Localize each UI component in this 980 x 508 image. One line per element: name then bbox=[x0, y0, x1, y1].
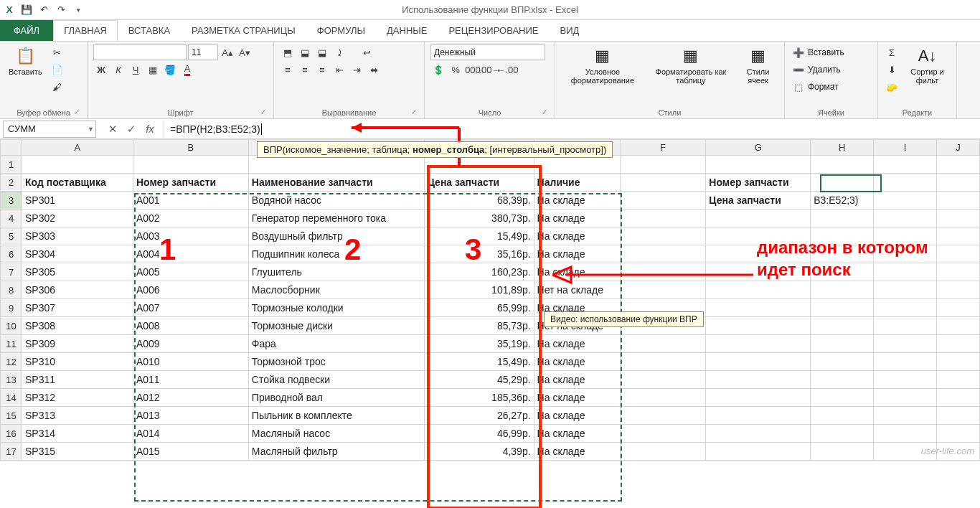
decrease-indent-icon[interactable]: ⇤ bbox=[331, 62, 347, 77]
cell-H14[interactable] bbox=[811, 389, 874, 407]
font-color-icon[interactable]: A bbox=[179, 62, 195, 77]
cell-H6[interactable] bbox=[811, 245, 874, 263]
row-header[interactable]: 8 bbox=[1, 281, 22, 299]
cell-J5[interactable] bbox=[937, 227, 980, 245]
cell-F14[interactable] bbox=[620, 389, 706, 407]
cell-A2[interactable]: Код поставщика bbox=[22, 174, 133, 192]
cell-C2[interactable]: Наименование запчасти bbox=[248, 174, 424, 192]
cell-G1[interactable] bbox=[706, 156, 811, 174]
cell-D7[interactable]: 160,23р. bbox=[424, 263, 534, 281]
cell-J12[interactable] bbox=[937, 353, 980, 371]
clipboard-dialog-icon[interactable]: ⤢ bbox=[74, 108, 80, 116]
cell-F2[interactable] bbox=[620, 174, 706, 192]
cell-C5[interactable]: Воздушный фильтр bbox=[248, 227, 424, 245]
wrap-text-icon[interactable]: ↩ bbox=[359, 44, 374, 60]
cell-I9[interactable] bbox=[874, 299, 937, 317]
cell-E17[interactable]: На складе bbox=[534, 443, 620, 461]
cell-D1[interactable] bbox=[424, 156, 534, 174]
row-header[interactable]: 2 bbox=[1, 174, 22, 192]
cell-H1[interactable] bbox=[811, 156, 874, 174]
cut-icon[interactable]: ✂ bbox=[50, 44, 65, 60]
cell-J10[interactable] bbox=[937, 317, 980, 335]
cell-J11[interactable] bbox=[937, 335, 980, 353]
underline-button[interactable]: Ч bbox=[128, 62, 143, 77]
cell-C14[interactable]: Приводной вал bbox=[248, 389, 424, 407]
cell-J4[interactable] bbox=[937, 210, 980, 227]
cell-C16[interactable]: Масляный насос bbox=[248, 425, 424, 443]
column-header-G[interactable]: G bbox=[706, 140, 811, 156]
tab-formulas[interactable]: ФОРМУЛЫ bbox=[306, 20, 376, 41]
align-right-icon[interactable]: ≡ bbox=[314, 62, 330, 77]
row-header[interactable]: 14 bbox=[1, 389, 22, 407]
decrease-font-icon[interactable]: A▾ bbox=[237, 44, 253, 60]
cell-I14[interactable] bbox=[874, 389, 937, 407]
cell-D11[interactable]: 35,19р. bbox=[424, 335, 534, 353]
cell-F8[interactable] bbox=[620, 281, 706, 299]
cell-G4[interactable] bbox=[706, 210, 811, 227]
cell-A6[interactable]: SP304 bbox=[22, 245, 133, 263]
cell-C7[interactable]: Глушитель bbox=[248, 263, 424, 281]
cell-B4[interactable]: А002 bbox=[133, 210, 248, 227]
cell-I16[interactable] bbox=[874, 425, 937, 443]
row-header[interactable]: 13 bbox=[1, 371, 22, 389]
increase-font-icon[interactable]: A▴ bbox=[220, 44, 235, 60]
cell-C6[interactable]: Подшипник колеса bbox=[248, 245, 424, 263]
column-header-H[interactable]: H bbox=[811, 140, 874, 156]
cell-E4[interactable]: На складе bbox=[534, 210, 620, 227]
row-header[interactable]: 1 bbox=[1, 156, 22, 174]
row-header[interactable]: 7 bbox=[1, 263, 22, 281]
cell-I13[interactable] bbox=[874, 371, 937, 389]
cell-B9[interactable]: А007 bbox=[133, 299, 248, 317]
row-header[interactable]: 16 bbox=[1, 425, 22, 443]
cell-A5[interactable]: SP303 bbox=[22, 227, 133, 245]
cell-H8[interactable] bbox=[811, 281, 874, 299]
cell-B3[interactable]: А001 bbox=[133, 192, 248, 210]
cell-C1[interactable] bbox=[248, 156, 424, 174]
align-top-icon[interactable]: ⬒ bbox=[280, 44, 296, 60]
cell-A17[interactable]: SP315 bbox=[22, 443, 133, 461]
cell-J13[interactable] bbox=[937, 371, 980, 389]
row-header[interactable]: 10 bbox=[1, 317, 22, 335]
cell-C17[interactable]: Масляный фильтр bbox=[248, 443, 424, 461]
cell-G14[interactable] bbox=[706, 389, 811, 407]
cell-C9[interactable]: Тормозные колодки bbox=[248, 299, 424, 317]
cell-D8[interactable]: 101,89р. bbox=[424, 281, 534, 299]
tab-insert[interactable]: ВСТАВКА bbox=[118, 20, 181, 41]
cell-C15[interactable]: Пыльник в комплекте bbox=[248, 407, 424, 425]
paste-button[interactable]: 📋 Вставить bbox=[6, 44, 45, 77]
cell-A3[interactable]: SP301 bbox=[22, 192, 133, 210]
cell-E5[interactable]: На складе bbox=[534, 227, 620, 245]
tab-page-layout[interactable]: РАЗМЕТКА СТРАНИЦЫ bbox=[181, 20, 306, 41]
cell-G7[interactable] bbox=[706, 263, 811, 281]
border-icon[interactable]: ▦ bbox=[145, 62, 161, 77]
cell-D2[interactable]: Цена запчасти bbox=[424, 174, 534, 192]
cell-F7[interactable] bbox=[620, 263, 706, 281]
cell-A7[interactable]: SP305 bbox=[22, 263, 133, 281]
cell-I1[interactable] bbox=[874, 156, 937, 174]
cell-B17[interactable]: А015 bbox=[133, 443, 248, 461]
cell-C8[interactable]: Маслосборник bbox=[248, 281, 424, 299]
cell-D4[interactable]: 380,73р. bbox=[424, 210, 534, 227]
cell-G11[interactable] bbox=[706, 335, 811, 353]
cell-J16[interactable] bbox=[937, 425, 980, 443]
increase-indent-icon[interactable]: ⇥ bbox=[349, 62, 364, 77]
row-header[interactable]: 3 bbox=[1, 192, 22, 210]
cell-E15[interactable]: На складе bbox=[534, 407, 620, 425]
cell-C10[interactable]: Тормозные диски bbox=[248, 317, 424, 335]
column-header-A[interactable]: A bbox=[22, 140, 133, 156]
cells-format-button[interactable]: ⬚Формат bbox=[791, 79, 839, 95]
cell-A8[interactable]: SP306 bbox=[22, 281, 133, 299]
cell-styles-button[interactable]: ▦ Стили ячеек bbox=[738, 44, 778, 86]
align-middle-icon[interactable]: ⬓ bbox=[297, 44, 313, 60]
cell-H15[interactable] bbox=[811, 407, 874, 425]
cell-A14[interactable]: SP312 bbox=[22, 389, 133, 407]
copy-icon[interactable]: 📄 bbox=[50, 62, 65, 77]
cell-G3[interactable]: Цена запчасти bbox=[706, 192, 811, 210]
cell-D6[interactable]: 35,16р. bbox=[424, 245, 534, 263]
cell-A13[interactable]: SP311 bbox=[22, 371, 133, 389]
cell-J6[interactable] bbox=[937, 245, 980, 263]
qat-customize-icon[interactable]: ▾ bbox=[72, 4, 85, 17]
clear-icon[interactable]: 🧽 bbox=[884, 79, 900, 95]
cell-H3[interactable]: B3:E52;3) bbox=[811, 192, 874, 210]
cell-G2[interactable]: Номер запчасти bbox=[706, 174, 811, 192]
